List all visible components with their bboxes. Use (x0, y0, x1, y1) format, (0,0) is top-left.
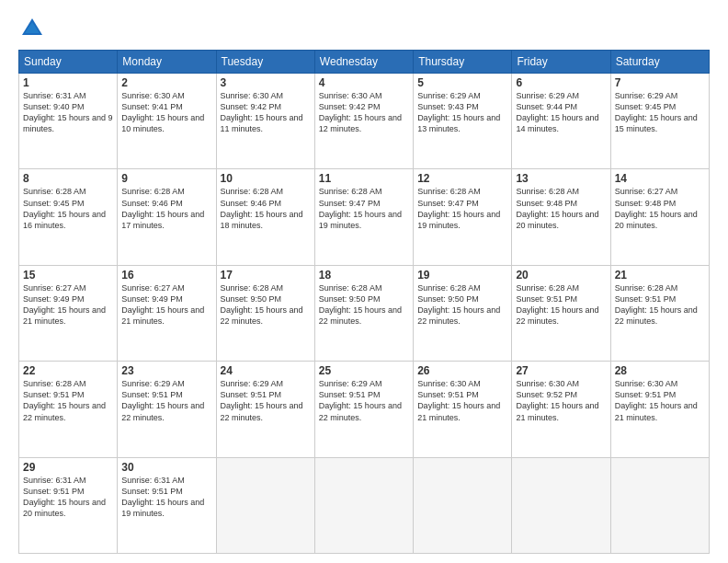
weekday-header-saturday: Saturday (610, 51, 709, 74)
calendar-cell: 4Sunrise: 6:30 AMSunset: 9:42 PMDaylight… (314, 74, 413, 169)
calendar-cell: 8Sunrise: 6:28 AMSunset: 9:45 PMDaylight… (19, 169, 118, 265)
calendar-cell: 19Sunrise: 6:28 AMSunset: 9:50 PMDayligh… (414, 265, 512, 361)
calendar-cell: 5Sunrise: 6:29 AMSunset: 9:43 PMDaylight… (414, 74, 512, 169)
calendar-cell: 27Sunrise: 6:30 AMSunset: 9:52 PMDayligh… (512, 362, 610, 457)
day-number: 29 (23, 461, 113, 474)
day-number: 6 (516, 76, 606, 89)
calendar-cell: 9Sunrise: 6:28 AMSunset: 9:46 PMDaylight… (118, 169, 216, 265)
day-number: 11 (319, 172, 409, 185)
calendar-week-1: 1Sunrise: 6:31 AMSunset: 9:40 PMDaylight… (19, 74, 710, 169)
calendar-cell: 30Sunrise: 6:31 AMSunset: 9:51 PMDayligh… (118, 457, 216, 553)
calendar-cell: 22Sunrise: 6:28 AMSunset: 9:51 PMDayligh… (19, 362, 118, 457)
calendar-cell: 11Sunrise: 6:28 AMSunset: 9:47 PMDayligh… (314, 169, 413, 265)
day-info: Sunrise: 6:29 AMSunset: 9:51 PMDaylight:… (319, 378, 409, 423)
weekday-header-friday: Friday (512, 51, 610, 74)
weekday-header-wednesday: Wednesday (314, 51, 413, 74)
calendar-cell: 7Sunrise: 6:29 AMSunset: 9:45 PMDaylight… (610, 74, 709, 169)
day-info: Sunrise: 6:28 AMSunset: 9:46 PMDaylight:… (221, 186, 311, 231)
calendar-cell: 1Sunrise: 6:31 AMSunset: 9:40 PMDaylight… (19, 74, 118, 169)
calendar-cell: 2Sunrise: 6:30 AMSunset: 9:41 PMDaylight… (118, 74, 216, 169)
calendar-cell: 20Sunrise: 6:28 AMSunset: 9:51 PMDayligh… (512, 265, 610, 361)
day-info: Sunrise: 6:31 AMSunset: 9:51 PMDaylight:… (23, 475, 113, 520)
day-number: 13 (516, 172, 606, 185)
day-info: Sunrise: 6:28 AMSunset: 9:51 PMDaylight:… (615, 282, 705, 327)
day-info: Sunrise: 6:28 AMSunset: 9:51 PMDaylight:… (23, 378, 113, 423)
day-number: 4 (319, 76, 409, 89)
calendar-cell: 13Sunrise: 6:28 AMSunset: 9:48 PMDayligh… (512, 169, 610, 265)
calendar-cell: 18Sunrise: 6:28 AMSunset: 9:50 PMDayligh… (314, 265, 413, 361)
calendar-cell: 3Sunrise: 6:30 AMSunset: 9:42 PMDaylight… (216, 74, 314, 169)
day-info: Sunrise: 6:27 AMSunset: 9:48 PMDaylight:… (615, 186, 705, 231)
day-info: Sunrise: 6:30 AMSunset: 9:42 PMDaylight:… (221, 90, 311, 135)
day-info: Sunrise: 6:28 AMSunset: 9:50 PMDaylight:… (221, 282, 311, 327)
weekday-header-thursday: Thursday (414, 51, 512, 74)
day-number: 20 (516, 269, 606, 282)
day-number: 15 (23, 269, 113, 282)
calendar-cell: 23Sunrise: 6:29 AMSunset: 9:51 PMDayligh… (118, 362, 216, 457)
day-number: 24 (221, 364, 311, 377)
day-number: 19 (417, 269, 507, 282)
calendar-cell: 21Sunrise: 6:28 AMSunset: 9:51 PMDayligh… (610, 265, 709, 361)
day-info: Sunrise: 6:29 AMSunset: 9:45 PMDaylight:… (615, 90, 705, 135)
day-number: 30 (121, 461, 211, 474)
day-number: 5 (417, 76, 507, 89)
day-info: Sunrise: 6:31 AMSunset: 9:51 PMDaylight:… (121, 475, 211, 520)
day-info: Sunrise: 6:30 AMSunset: 9:42 PMDaylight:… (319, 90, 409, 135)
weekday-header-monday: Monday (118, 51, 216, 74)
calendar-cell: 29Sunrise: 6:31 AMSunset: 9:51 PMDayligh… (19, 457, 118, 553)
calendar-cell (314, 457, 413, 553)
calendar-cell: 17Sunrise: 6:28 AMSunset: 9:50 PMDayligh… (216, 265, 314, 361)
page: SundayMondayTuesdayWednesdayThursdayFrid… (0, 0, 728, 563)
calendar-week-2: 8Sunrise: 6:28 AMSunset: 9:45 PMDaylight… (19, 169, 710, 265)
day-info: Sunrise: 6:30 AMSunset: 9:52 PMDaylight:… (516, 378, 606, 423)
day-number: 7 (615, 76, 705, 89)
calendar-table: SundayMondayTuesdayWednesdayThursdayFrid… (18, 50, 710, 554)
day-number: 10 (221, 172, 311, 185)
day-number: 17 (221, 269, 311, 282)
day-info: Sunrise: 6:29 AMSunset: 9:44 PMDaylight:… (516, 90, 606, 135)
header (18, 15, 710, 42)
calendar-cell: 16Sunrise: 6:27 AMSunset: 9:49 PMDayligh… (118, 265, 216, 361)
calendar-cell (216, 457, 314, 553)
day-number: 23 (121, 364, 211, 377)
day-number: 22 (23, 364, 113, 377)
calendar-cell (610, 457, 709, 553)
calendar-week-3: 15Sunrise: 6:27 AMSunset: 9:49 PMDayligh… (19, 265, 710, 361)
weekday-header-sunday: Sunday (19, 51, 118, 74)
day-info: Sunrise: 6:28 AMSunset: 9:48 PMDaylight:… (516, 186, 606, 231)
calendar-cell: 12Sunrise: 6:28 AMSunset: 9:47 PMDayligh… (414, 169, 512, 265)
day-info: Sunrise: 6:30 AMSunset: 9:41 PMDaylight:… (121, 90, 211, 135)
day-number: 21 (615, 269, 705, 282)
day-info: Sunrise: 6:29 AMSunset: 9:51 PMDaylight:… (221, 378, 311, 423)
calendar-cell (414, 457, 512, 553)
day-info: Sunrise: 6:30 AMSunset: 9:51 PMDaylight:… (417, 378, 507, 423)
day-number: 1 (23, 76, 113, 89)
day-number: 26 (417, 364, 507, 377)
day-number: 25 (319, 364, 409, 377)
day-info: Sunrise: 6:30 AMSunset: 9:51 PMDaylight:… (615, 378, 705, 423)
day-number: 9 (121, 172, 211, 185)
day-number: 12 (417, 172, 507, 185)
day-info: Sunrise: 6:28 AMSunset: 9:50 PMDaylight:… (417, 282, 507, 327)
day-info: Sunrise: 6:28 AMSunset: 9:47 PMDaylight:… (417, 186, 507, 231)
calendar-week-5: 29Sunrise: 6:31 AMSunset: 9:51 PMDayligh… (19, 457, 710, 553)
calendar-cell: 24Sunrise: 6:29 AMSunset: 9:51 PMDayligh… (216, 362, 314, 457)
calendar-cell: 10Sunrise: 6:28 AMSunset: 9:46 PMDayligh… (216, 169, 314, 265)
calendar-week-4: 22Sunrise: 6:28 AMSunset: 9:51 PMDayligh… (19, 362, 710, 457)
day-info: Sunrise: 6:28 AMSunset: 9:45 PMDaylight:… (23, 186, 113, 231)
day-info: Sunrise: 6:28 AMSunset: 9:50 PMDaylight:… (319, 282, 409, 327)
day-number: 2 (121, 76, 211, 89)
calendar-cell: 28Sunrise: 6:30 AMSunset: 9:51 PMDayligh… (610, 362, 709, 457)
calendar-cell: 14Sunrise: 6:27 AMSunset: 9:48 PMDayligh… (610, 169, 709, 265)
day-info: Sunrise: 6:28 AMSunset: 9:47 PMDaylight:… (319, 186, 409, 231)
day-number: 8 (23, 172, 113, 185)
day-number: 28 (615, 364, 705, 377)
day-number: 18 (319, 269, 409, 282)
day-info: Sunrise: 6:31 AMSunset: 9:40 PMDaylight:… (23, 90, 113, 135)
day-info: Sunrise: 6:28 AMSunset: 9:46 PMDaylight:… (121, 186, 211, 231)
calendar-cell: 15Sunrise: 6:27 AMSunset: 9:49 PMDayligh… (19, 265, 118, 361)
day-number: 3 (221, 76, 311, 89)
day-number: 27 (516, 364, 606, 377)
day-number: 14 (615, 172, 705, 185)
day-info: Sunrise: 6:27 AMSunset: 9:49 PMDaylight:… (23, 282, 113, 327)
